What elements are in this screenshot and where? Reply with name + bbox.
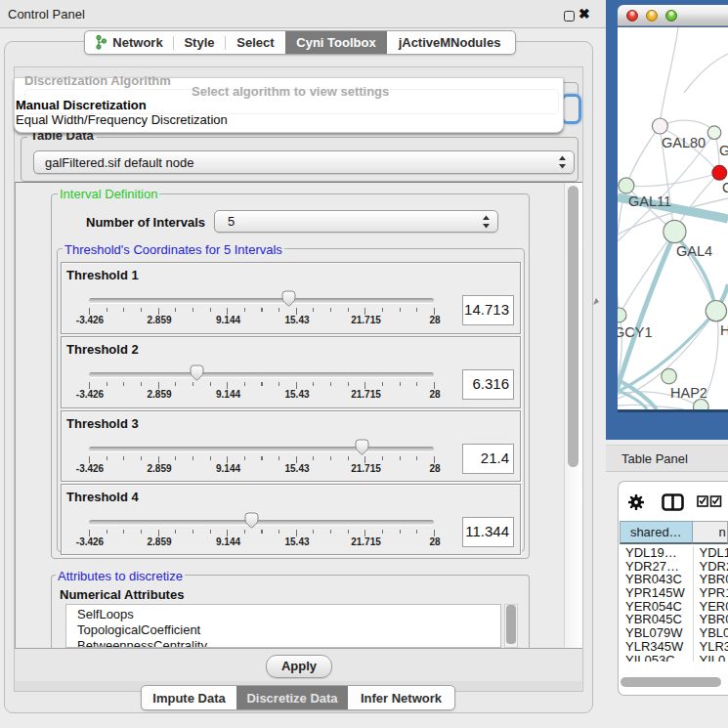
svg-text:GCY1: GCY1	[618, 324, 653, 340]
svg-text:G: G	[722, 180, 728, 195]
svg-text:HAP2: HAP2	[670, 385, 707, 401]
svg-text:GAL80: GAL80	[662, 135, 706, 150]
svg-text:GA: GA	[719, 143, 728, 158]
svg-text:H: H	[720, 322, 728, 338]
svg-text:GAL4: GAL4	[676, 243, 712, 259]
svg-text:GAL11: GAL11	[628, 193, 671, 209]
